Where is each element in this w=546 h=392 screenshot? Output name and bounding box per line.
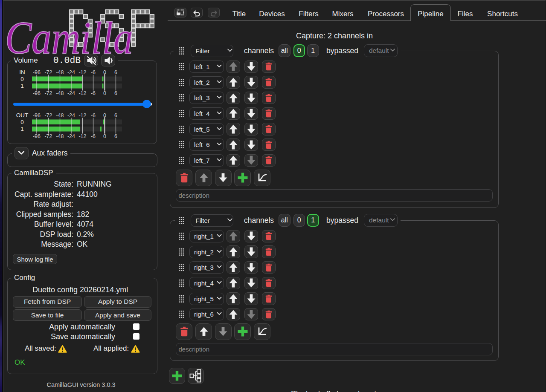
svg-text:6: 6 (114, 69, 117, 75)
svg-text:Camilla: Camilla (5, 12, 133, 58)
svg-text:0: 0 (20, 76, 24, 82)
svg-text:0: 0 (20, 119, 24, 125)
svg-text:6: 6 (114, 112, 117, 118)
svg-text:0: 0 (103, 133, 106, 139)
svg-text:-6: -6 (91, 133, 96, 139)
svg-text:-96: -96 (33, 69, 41, 75)
svg-text:-12: -12 (78, 112, 86, 118)
svg-text:-24: -24 (67, 69, 75, 75)
svg-text:OUT: OUT (16, 112, 29, 118)
svg-text:6: 6 (114, 133, 117, 139)
svg-text:-12: -12 (78, 133, 86, 139)
svg-text:-48: -48 (56, 69, 64, 75)
svg-text:-96: -96 (33, 90, 41, 96)
svg-text:1: 1 (20, 126, 24, 132)
svg-text:-24: -24 (67, 90, 75, 96)
svg-text:6: 6 (114, 90, 117, 96)
svg-text:-72: -72 (44, 69, 52, 75)
svg-text:-72: -72 (44, 112, 52, 118)
svg-text:-72: -72 (44, 133, 52, 139)
svg-text:-12: -12 (78, 69, 86, 75)
svg-text:0: 0 (103, 90, 106, 96)
svg-text:-6: -6 (91, 112, 96, 118)
svg-text:-96: -96 (33, 112, 41, 118)
svg-text:-72: -72 (44, 90, 52, 96)
svg-text:-6: -6 (91, 69, 96, 75)
svg-text:IN: IN (19, 69, 25, 75)
svg-text:-96: -96 (33, 133, 41, 139)
svg-text:-12: -12 (78, 90, 86, 96)
svg-text:-6: -6 (91, 90, 96, 96)
svg-text:-48: -48 (56, 112, 64, 118)
svg-text:-48: -48 (56, 133, 64, 139)
svg-text:-24: -24 (67, 133, 75, 139)
svg-text:1: 1 (20, 83, 24, 89)
svg-text:-48: -48 (56, 90, 64, 96)
svg-text:-24: -24 (67, 112, 75, 118)
